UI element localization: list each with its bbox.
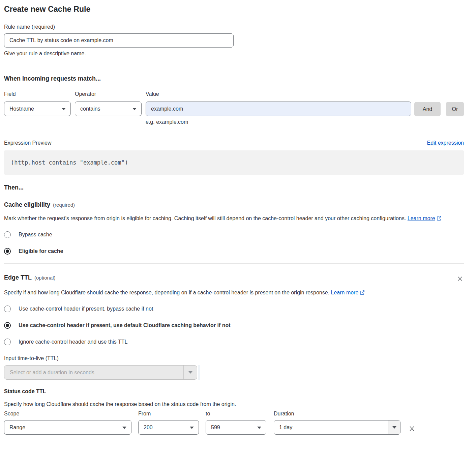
from-select[interactable]: 200 bbox=[138, 420, 199, 435]
close-icon bbox=[409, 425, 415, 432]
chevron-down-icon bbox=[122, 427, 126, 429]
external-link-icon bbox=[360, 289, 365, 298]
scope-select-value: Range bbox=[9, 425, 25, 431]
radio-selected-icon bbox=[4, 248, 11, 255]
value-input[interactable] bbox=[146, 102, 411, 116]
chevron-down-icon bbox=[62, 108, 66, 110]
field-label: Field bbox=[4, 91, 71, 97]
edge-ttl-heading: Edge TTL(optional) bbox=[4, 274, 56, 281]
status-code-ttl-description: Specify how long Cloudflare should cache… bbox=[4, 401, 464, 407]
edge-ttl-description: Specify if and how long Cloudflare shoul… bbox=[4, 288, 377, 298]
radio-use-header-bypass[interactable]: Use cache-control header if present, byp… bbox=[4, 306, 464, 312]
external-link-icon bbox=[437, 214, 442, 224]
optional-note: (optional) bbox=[34, 275, 56, 281]
to-column: to 599 bbox=[206, 411, 266, 435]
status-code-ttl-heading: Status code TTL bbox=[4, 388, 464, 395]
value-help: e.g. example.com bbox=[146, 119, 411, 125]
chevron-down-icon bbox=[190, 427, 194, 429]
expression-preview-label: Expression Preview bbox=[4, 140, 52, 146]
radio-icon bbox=[4, 231, 11, 238]
expression-code: (http.host contains "example.com") bbox=[11, 159, 128, 166]
value-label: Value bbox=[146, 91, 411, 97]
chevron-down-icon bbox=[257, 427, 261, 429]
operator-select-value: contains bbox=[80, 106, 100, 112]
page-title: Create new Cache Rule bbox=[4, 5, 464, 14]
match-section-heading: When incoming requests match... bbox=[4, 75, 464, 82]
rule-name-input[interactable] bbox=[4, 33, 234, 48]
dropdown-arrow-segment bbox=[183, 366, 197, 379]
required-note: (required) bbox=[53, 202, 75, 208]
decorative-strip bbox=[198, 365, 200, 380]
edge-ttl-header: Edge TTL(optional) bbox=[4, 274, 464, 284]
close-icon bbox=[457, 276, 463, 282]
learn-more-link[interactable]: Learn more bbox=[408, 215, 435, 221]
radio-icon bbox=[4, 306, 11, 312]
section-divider bbox=[4, 65, 464, 65]
scope-select[interactable]: Range bbox=[4, 420, 131, 435]
match-expression-row: Field Hostname Operator contains Value e… bbox=[4, 91, 464, 125]
or-button[interactable]: Or bbox=[446, 102, 464, 116]
ttl-placeholder: Select or add a duration in seconds bbox=[4, 370, 183, 376]
to-select[interactable]: 599 bbox=[206, 420, 266, 435]
ttl-duration-select[interactable]: Select or add a duration in seconds bbox=[4, 365, 197, 380]
duration-label: Duration bbox=[274, 411, 400, 417]
radio-selected-icon bbox=[4, 322, 11, 329]
dropdown-arrow-segment bbox=[388, 420, 400, 434]
radio-use-header-default[interactable]: Use cache-control header if present, use… bbox=[4, 322, 464, 329]
from-column: From 200 bbox=[138, 411, 199, 435]
and-button[interactable]: And bbox=[414, 102, 441, 116]
to-select-value: 599 bbox=[211, 425, 220, 431]
duration-select[interactable]: 1 day bbox=[274, 420, 400, 435]
from-select-value: 200 bbox=[144, 425, 153, 431]
from-label: From bbox=[138, 411, 199, 417]
radio-eligible-for-cache[interactable]: Eligible for cache bbox=[4, 248, 464, 255]
close-edge-ttl-button[interactable] bbox=[456, 275, 464, 284]
radio-bypass-cache[interactable]: Bypass cache bbox=[4, 231, 464, 238]
field-column: Field Hostname bbox=[4, 91, 71, 116]
field-select-value: Hostname bbox=[9, 106, 34, 112]
cache-eligibility-description: Mark whether the request’s response from… bbox=[4, 214, 457, 224]
delete-status-code-row-button[interactable] bbox=[408, 425, 416, 434]
chevron-down-icon bbox=[392, 426, 396, 429]
to-label: to bbox=[206, 411, 266, 417]
section-divider bbox=[4, 263, 464, 264]
duration-select-value: 1 day bbox=[279, 425, 292, 431]
rule-name-label: Rule name (required) bbox=[4, 24, 464, 30]
then-heading: Then... bbox=[4, 184, 464, 191]
value-column: Value e.g. example.com bbox=[146, 91, 411, 125]
chevron-down-icon bbox=[188, 371, 192, 374]
field-select[interactable]: Hostname bbox=[4, 102, 71, 116]
operator-column: Operator contains bbox=[75, 91, 142, 116]
edit-expression-link[interactable]: Edit expression bbox=[427, 140, 464, 146]
chevron-down-icon bbox=[132, 108, 137, 110]
scope-column: Scope Range bbox=[4, 411, 131, 435]
duration-column: Duration 1 day bbox=[274, 411, 400, 435]
expression-preview-box: (http.host contains "example.com") bbox=[4, 150, 464, 175]
expression-preview-row: Expression Preview Edit expression bbox=[4, 140, 464, 146]
radio-icon bbox=[4, 339, 11, 345]
radio-ignore-header[interactable]: Ignore cache-control header and use this… bbox=[4, 339, 464, 345]
ttl-input-label: Input time-to-live (TTL) bbox=[4, 355, 464, 361]
operator-select[interactable]: contains bbox=[75, 102, 142, 116]
operator-label: Operator bbox=[75, 91, 142, 97]
learn-more-link[interactable]: Learn more bbox=[331, 290, 359, 295]
scope-label: Scope bbox=[4, 411, 131, 417]
status-code-ttl-row: Scope Range From 200 to 599 Duration 1 d… bbox=[4, 411, 464, 435]
rule-name-help: Give your rule a descriptive name. bbox=[4, 51, 464, 57]
cache-eligibility-heading: Cache eligibility(required) bbox=[4, 201, 464, 208]
